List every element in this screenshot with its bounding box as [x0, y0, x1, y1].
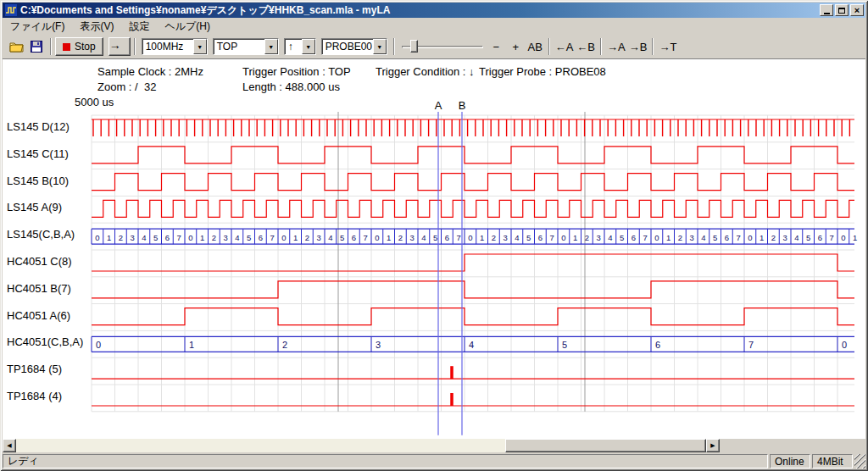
horizontal-scrollbar[interactable]: ◀ ▶ [3, 439, 720, 452]
set-b-button[interactable]: →B [627, 37, 649, 56]
scroll-thumb[interactable] [505, 439, 706, 452]
channel-label: HC4051 A(6) [7, 309, 70, 322]
stop-button[interactable]: Stop [55, 37, 103, 56]
svg-text:7: 7 [176, 233, 181, 242]
menu-view[interactable]: 表示(V) [72, 18, 121, 36]
zoom-slider-thumb[interactable] [410, 40, 418, 53]
svg-text:2: 2 [398, 233, 403, 242]
timing-plot-svg[interactable]: 0123456701234567012345670123456701234567… [3, 100, 865, 439]
svg-text:4: 4 [608, 233, 612, 242]
svg-text:7: 7 [736, 233, 740, 242]
svg-text:2: 2 [282, 340, 287, 350]
svg-text:6: 6 [165, 233, 170, 242]
svg-text:4: 4 [469, 340, 474, 350]
svg-text:4: 4 [421, 233, 426, 242]
svg-text:1: 1 [189, 340, 194, 350]
zoom-in-button[interactable]: + [506, 37, 526, 56]
open-button[interactable] [6, 37, 26, 56]
stop-icon [63, 43, 70, 51]
menu-settings[interactable]: 設定 [121, 18, 157, 36]
close-button[interactable]: × [850, 4, 864, 16]
svg-text:2: 2 [212, 233, 216, 242]
svg-text:3: 3 [376, 340, 381, 350]
svg-text:5: 5 [562, 340, 567, 350]
svg-text:1: 1 [573, 233, 577, 242]
save-button[interactable] [26, 37, 47, 56]
open-folder-icon [9, 42, 24, 53]
svg-text:4: 4 [515, 233, 519, 242]
toolbar-separator [548, 38, 550, 55]
menu-file[interactable]: ファイル(F) [3, 18, 72, 36]
menubar: ファイル(F) 表示(V) 設定 ヘルプ(H) [3, 18, 865, 35]
ab-button[interactable]: AB [526, 37, 545, 56]
goto-a-button[interactable]: ←A [554, 37, 576, 56]
channel-label: LS145 B(10) [7, 175, 69, 187]
svg-text:1: 1 [480, 233, 484, 242]
zoom-text: Zoom : / 32 [97, 80, 156, 93]
channel-label: LS145 D(12) [7, 120, 70, 133]
toolbar: Stop → 100MHz ▼ TOP ▼ ↑ ▼ PROBE00 ▼ − + … [3, 35, 865, 59]
chevron-down-icon[interactable]: ▼ [302, 39, 315, 54]
svg-text:0: 0 [842, 340, 847, 350]
scroll-left-button[interactable]: ◀ [3, 439, 16, 452]
trigger-position-select[interactable]: TOP ▼ [213, 38, 279, 55]
svg-text:6: 6 [725, 233, 729, 242]
svg-text:0: 0 [96, 340, 101, 350]
svg-text:7: 7 [456, 233, 460, 242]
toolbar-separator [652, 38, 654, 55]
sample-clock-text: Sample Clock : 2MHz [97, 65, 203, 78]
goto-b-button[interactable]: ←B [575, 37, 597, 56]
toolbar-separator [50, 38, 52, 55]
svg-text:2: 2 [678, 233, 682, 242]
edge-value: ↑ [285, 39, 302, 54]
app-window: C:¥Documents and Settings¥noname¥デスクトップ¥… [0, 0, 868, 471]
scroll-right-button[interactable]: ▶ [706, 439, 720, 452]
zoom-out-button[interactable]: − [487, 37, 506, 56]
save-floppy-icon [31, 41, 42, 53]
menu-help[interactable]: ヘルプ(H) [157, 18, 218, 36]
toolbar-separator [134, 38, 136, 55]
minimize-button[interactable] [820, 4, 833, 16]
chevron-down-icon[interactable]: ▼ [264, 39, 278, 54]
chevron-down-icon[interactable]: ▼ [373, 39, 387, 54]
channel-label: HC4051(C,B,A) [7, 335, 83, 348]
status-online-badge: Online [770, 454, 810, 468]
probe-value: PROBE00 [322, 39, 373, 54]
svg-text:1: 1 [293, 233, 298, 242]
svg-text:3: 3 [409, 233, 414, 242]
svg-text:6: 6 [632, 233, 636, 242]
channel-label: HC4051 B(7) [7, 282, 71, 295]
set-a-button[interactable]: →A [605, 37, 627, 56]
main-content: Sample Clock : 2MHz Trigger Position : T… [3, 59, 865, 439]
svg-text:2: 2 [585, 233, 589, 242]
trigger-condition-text: Trigger Condition : ↓ [376, 65, 475, 78]
resize-grip[interactable] [854, 454, 865, 468]
svg-text:5: 5 [247, 233, 251, 242]
window-title: C:¥Documents and Settings¥noname¥デスクトップ¥… [20, 3, 818, 18]
svg-text:6: 6 [352, 233, 356, 242]
goto-trigger-button[interactable]: →T [657, 37, 678, 56]
statusbar: レディ Online 4MBit [3, 454, 865, 468]
run-button[interactable]: → [108, 37, 131, 56]
probe-select[interactable]: PROBE00 ▼ [321, 38, 387, 55]
svg-text:0: 0 [188, 233, 192, 242]
svg-text:1: 1 [107, 233, 111, 242]
svg-text:7: 7 [363, 233, 367, 242]
svg-text:4: 4 [701, 233, 705, 242]
stop-label: Stop [75, 41, 96, 53]
clock-select[interactable]: 100MHz ▼ [142, 38, 208, 55]
zoom-slider[interactable] [402, 37, 483, 56]
titlebar[interactable]: C:¥Documents and Settings¥noname¥デスクトップ¥… [3, 3, 865, 18]
svg-text:4: 4 [328, 233, 332, 242]
timing-plot[interactable]: LS145 D(12)LS145 C(11)LS145 B(10)LS145 A… [3, 100, 865, 439]
svg-text:5: 5 [806, 233, 810, 242]
svg-text:2: 2 [771, 233, 776, 242]
chevron-down-icon[interactable]: ▼ [193, 39, 207, 54]
edge-select[interactable]: ↑ ▼ [284, 38, 316, 55]
svg-text:7: 7 [829, 233, 833, 242]
svg-text:5: 5 [340, 233, 344, 242]
maximize-button[interactable] [835, 4, 849, 16]
svg-text:6: 6 [818, 233, 822, 242]
scroll-track[interactable] [16, 439, 706, 452]
trigger-position-value: TOP [214, 39, 264, 54]
